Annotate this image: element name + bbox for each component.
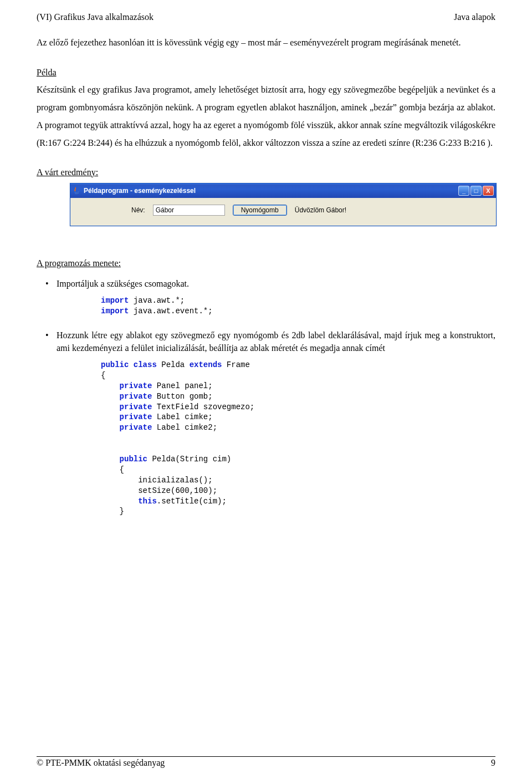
steps-list: Importáljuk a szükséges csomagokat. impo… [37,277,495,517]
intro-paragraph: Az előző fejezethez hasonlóan itt is köv… [37,33,495,52]
header-left: (VI) Grafikus Java alkalmazások [37,12,154,22]
submit-button[interactable]: Nyomógomb [233,205,287,216]
step-2-text: Hozzunk létre egy ablakot egy szövegmező… [57,329,495,354]
maximize-button[interactable]: □ [470,186,482,196]
name-input[interactable] [153,205,225,216]
page-number: 9 [491,758,495,768]
step-item-2: Hozzunk létre egy ablakot egy szövegmező… [57,329,495,517]
page-header: (VI) Grafikus Java alkalmazások Java ala… [37,12,495,22]
step-1-text: Importáljuk a szükséges csomagokat. [57,277,495,290]
name-label: Név: [131,206,145,214]
footer-left: © PTE-PMMK oktatási segédanyag [37,758,165,768]
example-heading: Példa [37,68,495,78]
greeting-label: Üdvözlöm Gábor! [295,206,346,214]
header-right: Java alapok [454,12,495,22]
steps-heading: A programozás menete: [37,258,495,268]
code-block-2: public class Pelda extends Frame { priva… [101,360,495,517]
minimize-button[interactable]: _ [458,186,469,196]
page-footer: © PTE-PMMK oktatási segédanyag 9 [37,756,495,768]
expected-result-heading: A várt eredmény: [37,167,495,177]
window-client-area: Név: Nyomógomb Üdvözlöm Gábor! [70,198,496,226]
example-window: Példaprogram - eseménykezeléssel _ □ X N… [70,183,497,226]
code-block-1: import java.awt.*; import java.awt.event… [101,296,495,317]
example-body: Készítsünk el egy grafikus Java programo… [37,81,495,152]
window-title: Példaprogram - eseménykezeléssel [84,187,458,195]
window-titlebar[interactable]: Példaprogram - eseménykezeléssel _ □ X [70,184,496,198]
step-item-1: Importáljuk a szükséges csomagokat. impo… [57,277,495,317]
java-icon [73,186,81,195]
close-button[interactable]: X [483,186,494,196]
